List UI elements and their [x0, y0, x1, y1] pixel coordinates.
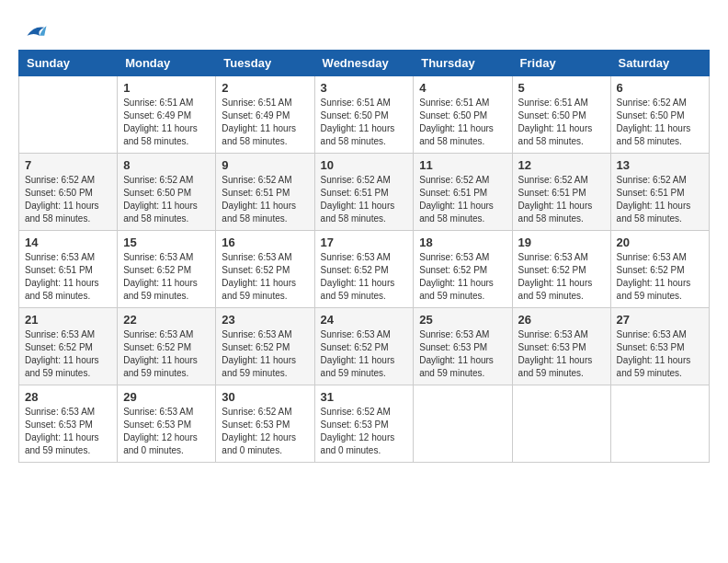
day-number: 19	[518, 236, 605, 249]
calendar-cell: 21Sunrise: 6:53 AMSunset: 6:52 PMDayligh…	[19, 308, 118, 385]
calendar-cell: 9Sunrise: 6:52 AMSunset: 6:51 PMDaylight…	[216, 154, 314, 231]
day-number: 26	[518, 313, 605, 327]
day-info: Sunrise: 6:53 AMSunset: 6:51 PMDaylight:…	[25, 251, 111, 303]
day-info: Sunrise: 6:53 AMSunset: 6:53 PMDaylight:…	[518, 328, 605, 380]
calendar-cell: 18Sunrise: 6:53 AMSunset: 6:52 PMDayligh…	[414, 231, 512, 308]
calendar-cell: 8Sunrise: 6:52 AMSunset: 6:50 PMDaylight…	[118, 154, 216, 231]
calendar-cell: 13Sunrise: 6:52 AMSunset: 6:51 PMDayligh…	[610, 154, 709, 231]
day-info: Sunrise: 6:52 AMSunset: 6:53 PMDaylight:…	[222, 406, 308, 457]
day-info: Sunrise: 6:51 AMSunset: 6:50 PMDaylight:…	[321, 97, 408, 148]
calendar-cell: 15Sunrise: 6:53 AMSunset: 6:52 PMDayligh…	[118, 231, 216, 308]
day-info: Sunrise: 6:51 AMSunset: 6:49 PMDaylight:…	[123, 97, 210, 148]
calendar-cell: 24Sunrise: 6:53 AMSunset: 6:52 PMDayligh…	[314, 308, 414, 385]
calendar-cell: 14Sunrise: 6:53 AMSunset: 6:51 PMDayligh…	[19, 231, 118, 308]
calendar-cell: 10Sunrise: 6:52 AMSunset: 6:51 PMDayligh…	[314, 154, 414, 231]
day-info: Sunrise: 6:52 AMSunset: 6:51 PMDaylight:…	[222, 174, 308, 225]
calendar-cell: 6Sunrise: 6:52 AMSunset: 6:50 PMDaylight…	[610, 76, 709, 154]
day-info: Sunrise: 6:53 AMSunset: 6:52 PMDaylight:…	[222, 328, 308, 380]
day-number: 22	[123, 313, 210, 327]
calendar-cell: 7Sunrise: 6:52 AMSunset: 6:50 PMDaylight…	[19, 154, 118, 231]
calendar-cell: 27Sunrise: 6:53 AMSunset: 6:53 PMDayligh…	[610, 308, 709, 385]
calendar-week-row: 21Sunrise: 6:53 AMSunset: 6:52 PMDayligh…	[19, 308, 710, 385]
calendar-cell	[610, 385, 709, 463]
logo-bird-icon	[20, 18, 48, 46]
calendar-cell: 4Sunrise: 6:51 AMSunset: 6:50 PMDaylight…	[414, 76, 512, 154]
calendar-cell: 22Sunrise: 6:53 AMSunset: 6:52 PMDayligh…	[118, 308, 216, 385]
day-number: 6	[617, 81, 703, 95]
day-number: 1	[123, 81, 210, 95]
day-number: 24	[321, 313, 408, 327]
calendar-table: SundayMondayTuesdayWednesdayThursdayFrid…	[18, 50, 710, 463]
calendar-cell: 26Sunrise: 6:53 AMSunset: 6:53 PMDayligh…	[512, 308, 610, 385]
day-number: 25	[419, 313, 506, 327]
day-info: Sunrise: 6:52 AMSunset: 6:51 PMDaylight:…	[419, 174, 506, 225]
day-number: 10	[321, 158, 408, 172]
day-number: 12	[518, 158, 605, 172]
day-number: 8	[123, 158, 210, 172]
day-info: Sunrise: 6:53 AMSunset: 6:52 PMDaylight:…	[25, 328, 111, 380]
page-header	[18, 18, 710, 40]
day-number: 13	[617, 158, 703, 172]
calendar-cell	[512, 385, 610, 463]
calendar-cell	[414, 385, 512, 463]
day-number: 9	[222, 158, 308, 172]
day-info: Sunrise: 6:53 AMSunset: 6:52 PMDaylight:…	[518, 251, 605, 303]
calendar-cell: 29Sunrise: 6:53 AMSunset: 6:53 PMDayligh…	[118, 385, 216, 463]
day-info: Sunrise: 6:51 AMSunset: 6:50 PMDaylight:…	[419, 97, 506, 148]
day-info: Sunrise: 6:53 AMSunset: 6:53 PMDaylight:…	[25, 406, 111, 457]
calendar-cell: 28Sunrise: 6:53 AMSunset: 6:53 PMDayligh…	[19, 385, 118, 463]
day-info: Sunrise: 6:51 AMSunset: 6:50 PMDaylight:…	[518, 97, 605, 148]
day-info: Sunrise: 6:52 AMSunset: 6:51 PMDaylight:…	[617, 174, 703, 225]
day-info: Sunrise: 6:51 AMSunset: 6:49 PMDaylight:…	[222, 97, 308, 148]
col-header-thursday: Thursday	[414, 51, 512, 76]
day-number: 17	[321, 236, 408, 249]
day-info: Sunrise: 6:53 AMSunset: 6:52 PMDaylight:…	[321, 251, 408, 303]
col-header-sunday: Sunday	[19, 51, 118, 76]
day-info: Sunrise: 6:53 AMSunset: 6:52 PMDaylight:…	[617, 251, 703, 303]
day-number: 3	[321, 81, 408, 95]
col-header-saturday: Saturday	[610, 51, 709, 76]
calendar-cell: 16Sunrise: 6:53 AMSunset: 6:52 PMDayligh…	[216, 231, 314, 308]
day-number: 30	[222, 390, 308, 404]
col-header-wednesday: Wednesday	[314, 51, 414, 76]
day-number: 29	[123, 390, 210, 404]
calendar-week-row: 14Sunrise: 6:53 AMSunset: 6:51 PMDayligh…	[19, 231, 710, 308]
day-number: 11	[419, 158, 506, 172]
day-info: Sunrise: 6:52 AMSunset: 6:50 PMDaylight:…	[123, 174, 210, 225]
day-info: Sunrise: 6:53 AMSunset: 6:52 PMDaylight:…	[222, 251, 308, 303]
calendar-header-row: SundayMondayTuesdayWednesdayThursdayFrid…	[19, 51, 710, 76]
calendar-week-row: 1Sunrise: 6:51 AMSunset: 6:49 PMDaylight…	[19, 76, 710, 154]
calendar-cell: 1Sunrise: 6:51 AMSunset: 6:49 PMDaylight…	[118, 76, 216, 154]
calendar-cell: 5Sunrise: 6:51 AMSunset: 6:50 PMDaylight…	[512, 76, 610, 154]
logo	[18, 18, 48, 40]
day-info: Sunrise: 6:52 AMSunset: 6:51 PMDaylight:…	[518, 174, 605, 225]
day-number: 15	[123, 236, 210, 249]
day-number: 28	[25, 390, 111, 404]
day-info: Sunrise: 6:52 AMSunset: 6:53 PMDaylight:…	[321, 406, 408, 457]
day-info: Sunrise: 6:53 AMSunset: 6:53 PMDaylight:…	[419, 328, 506, 380]
calendar-week-row: 28Sunrise: 6:53 AMSunset: 6:53 PMDayligh…	[19, 385, 710, 463]
day-info: Sunrise: 6:52 AMSunset: 6:51 PMDaylight:…	[321, 174, 408, 225]
day-number: 14	[25, 236, 111, 249]
calendar-cell: 3Sunrise: 6:51 AMSunset: 6:50 PMDaylight…	[314, 76, 414, 154]
day-info: Sunrise: 6:53 AMSunset: 6:53 PMDaylight:…	[617, 328, 703, 380]
calendar-cell: 31Sunrise: 6:52 AMSunset: 6:53 PMDayligh…	[314, 385, 414, 463]
day-number: 21	[25, 313, 111, 327]
day-number: 16	[222, 236, 308, 249]
calendar-week-row: 7Sunrise: 6:52 AMSunset: 6:50 PMDaylight…	[19, 154, 710, 231]
day-info: Sunrise: 6:53 AMSunset: 6:52 PMDaylight:…	[321, 328, 408, 380]
day-number: 2	[222, 81, 308, 95]
day-info: Sunrise: 6:53 AMSunset: 6:52 PMDaylight:…	[123, 251, 210, 303]
calendar-cell: 25Sunrise: 6:53 AMSunset: 6:53 PMDayligh…	[414, 308, 512, 385]
calendar-cell: 11Sunrise: 6:52 AMSunset: 6:51 PMDayligh…	[414, 154, 512, 231]
day-number: 27	[617, 313, 703, 327]
day-number: 18	[419, 236, 506, 249]
col-header-tuesday: Tuesday	[216, 51, 314, 76]
calendar-cell: 2Sunrise: 6:51 AMSunset: 6:49 PMDaylight…	[216, 76, 314, 154]
day-number: 23	[222, 313, 308, 327]
day-info: Sunrise: 6:53 AMSunset: 6:52 PMDaylight:…	[419, 251, 506, 303]
day-info: Sunrise: 6:52 AMSunset: 6:50 PMDaylight:…	[617, 97, 703, 148]
day-info: Sunrise: 6:53 AMSunset: 6:53 PMDaylight:…	[123, 406, 210, 457]
day-number: 5	[518, 81, 605, 95]
calendar-cell: 20Sunrise: 6:53 AMSunset: 6:52 PMDayligh…	[610, 231, 709, 308]
